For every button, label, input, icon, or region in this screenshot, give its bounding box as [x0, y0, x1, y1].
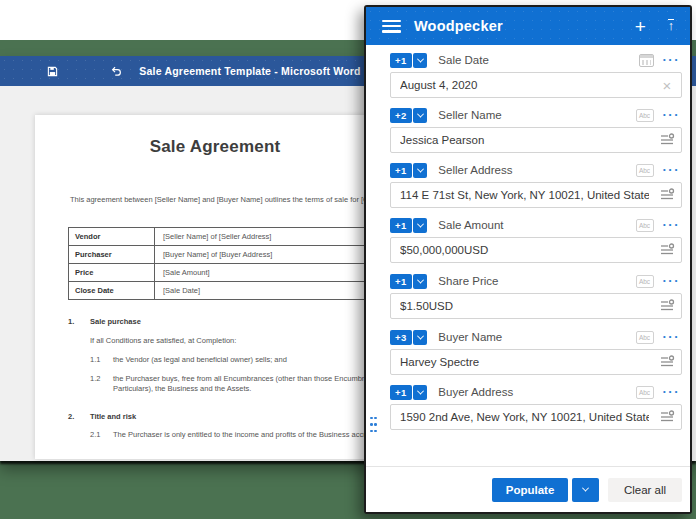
chevron-down-icon[interactable]	[413, 53, 427, 68]
field-sale-date: +1 Sale Date ··· ×	[390, 52, 680, 98]
populate-dropdown-button[interactable]	[572, 478, 599, 502]
sale-date-input[interactable]	[391, 79, 653, 91]
more-options-icon[interactable]: ···	[663, 220, 681, 230]
more-options-icon[interactable]: ···	[663, 332, 681, 342]
more-options-icon[interactable]: ···	[663, 110, 681, 120]
text-type-icon: Abc	[636, 109, 654, 122]
insert-value-icon[interactable]	[653, 238, 681, 262]
buyer-address-input[interactable]	[391, 411, 653, 423]
add-field-icon[interactable]: +	[635, 17, 646, 36]
more-options-icon[interactable]: ···	[663, 55, 681, 65]
share-price-input[interactable]	[391, 300, 653, 312]
field-input-wrap	[390, 237, 682, 263]
calendar-icon[interactable]	[639, 54, 654, 67]
field-input-wrap	[390, 404, 682, 430]
woodpecker-panel: Woodpecker + ↑ +1 Sale Date ···	[364, 5, 692, 514]
sale-amount-input[interactable]	[391, 244, 653, 256]
screenshot-root: Sale Agreement Template - Microsoft Word…	[0, 0, 696, 519]
insert-value-icon[interactable]	[653, 405, 681, 429]
field-input-wrap: ×	[390, 72, 682, 98]
field-label: Share Price	[438, 275, 498, 287]
chevron-down-icon[interactable]	[413, 385, 427, 400]
text-type-icon: Abc	[636, 275, 654, 288]
clause-1-1: 1.1 the Vendor (as legal and beneficial …	[90, 355, 287, 364]
more-options-icon[interactable]: ···	[663, 276, 681, 286]
panel-body: +1 Sale Date ··· × +2	[366, 45, 690, 466]
populate-button[interactable]: Populate	[492, 478, 568, 502]
chevron-down-icon[interactable]	[413, 163, 427, 178]
field-buyer-name: +3 Buyer Name Abc ···	[390, 329, 680, 375]
table-row: Close Date [Sale Date]	[69, 282, 392, 300]
table-row: Price [Sale Amount]	[69, 264, 392, 282]
buyer-name-input[interactable]	[391, 356, 653, 368]
chevron-down-icon[interactable]	[413, 274, 427, 289]
chevron-down-icon[interactable]	[413, 330, 427, 345]
field-seller-name: +2 Seller Name Abc ···	[390, 107, 680, 153]
field-input-wrap	[390, 127, 682, 153]
seller-name-input[interactable]	[391, 134, 653, 146]
table-row: Purchaser [Buyer Name] of [Buyer Address…	[69, 246, 392, 264]
chevron-down-icon[interactable]	[413, 218, 427, 233]
menu-icon[interactable]	[382, 20, 401, 33]
occurrence-badge[interactable]: +1	[390, 163, 427, 178]
table-row: Vendor [Seller Name] of [Seller Address]	[69, 228, 392, 246]
insert-value-icon[interactable]	[653, 350, 681, 374]
occurrence-badge[interactable]: +1	[390, 274, 427, 289]
field-label: Buyer Address	[438, 386, 513, 398]
panel-title: Woodpecker	[414, 18, 503, 34]
text-type-icon: Abc	[636, 386, 654, 399]
clause-2-1: 2.1 The Purchaser is only entitled to th…	[90, 430, 395, 439]
text-type-icon: Abc	[636, 219, 654, 232]
insert-value-icon[interactable]	[653, 294, 681, 318]
clause-text: If all Conditions are satisfied, at Comp…	[90, 336, 236, 345]
field-buyer-address: +1 Buyer Address Abc ···	[390, 384, 680, 430]
section-heading: 1. Sale purchase	[68, 317, 141, 326]
clear-value-icon[interactable]: ×	[653, 73, 681, 97]
field-share-price: +1 Share Price Abc ···	[390, 273, 680, 319]
document-intro: This agreement between [Seller Name] and…	[70, 195, 395, 204]
pane-drag-handle-icon[interactable]	[369, 415, 378, 434]
occurrence-badge[interactable]: +2	[390, 108, 427, 123]
insert-value-icon[interactable]	[653, 183, 681, 207]
field-label: Sale Date	[438, 54, 489, 66]
field-sale-amount: +1 Sale Amount Abc ···	[390, 217, 680, 263]
field-label: Seller Name	[438, 109, 501, 121]
field-label: Seller Address	[438, 164, 512, 176]
seller-address-input[interactable]	[391, 189, 653, 201]
panel-header: Woodpecker + ↑	[366, 7, 690, 45]
clear-all-button[interactable]: Clear all	[608, 478, 682, 502]
agreement-table: Vendor [Seller Name] of [Seller Address]…	[68, 227, 392, 300]
field-input-wrap	[390, 293, 682, 319]
field-input-wrap	[390, 349, 682, 375]
occurrence-badge[interactable]: +1	[390, 53, 427, 68]
panel-footer: Populate Clear all	[366, 466, 690, 512]
insert-value-icon[interactable]	[653, 128, 681, 152]
more-options-icon[interactable]: ···	[663, 387, 681, 397]
chevron-down-icon[interactable]	[413, 108, 427, 123]
occurrence-badge[interactable]: +1	[390, 385, 427, 400]
field-seller-address: +1 Seller Address Abc ···	[390, 162, 680, 208]
section-heading: 2. Title and risk	[68, 412, 136, 421]
text-type-icon: Abc	[636, 331, 654, 344]
field-label: Sale Amount	[438, 219, 503, 231]
text-type-icon: Abc	[636, 164, 654, 177]
field-label: Buyer Name	[438, 331, 502, 343]
occurrence-badge[interactable]: +3	[390, 330, 427, 345]
occurrence-badge[interactable]: +1	[390, 218, 427, 233]
document-heading: Sale Agreement	[35, 137, 395, 157]
clause-1-2: 1.2 the Purchaser buys, free from all En…	[90, 374, 395, 393]
more-options-icon[interactable]: ···	[663, 165, 681, 175]
document-page[interactable]: Sale Agreement This agreement between [S…	[35, 115, 395, 459]
collapse-pane-icon[interactable]: ↑	[668, 19, 674, 34]
field-input-wrap	[390, 182, 682, 208]
